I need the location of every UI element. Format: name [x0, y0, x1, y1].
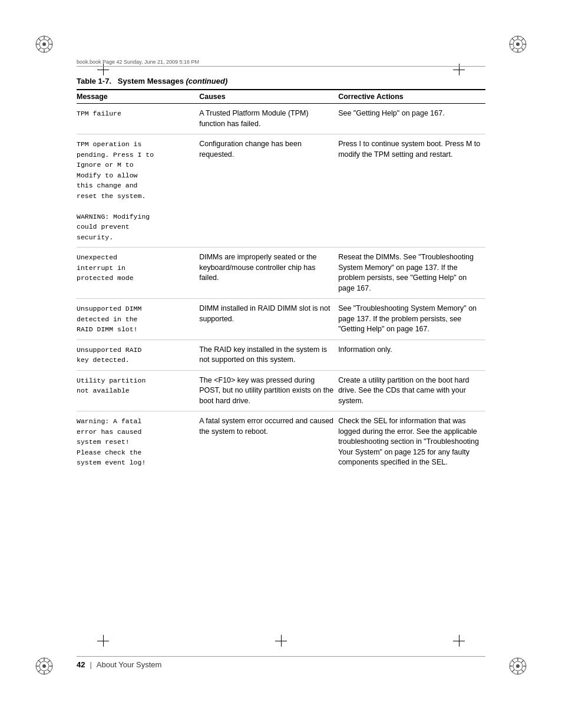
footer-section-text: About Your System — [97, 660, 162, 669]
svg-line-45 — [521, 660, 524, 663]
header-bar: book.book Page 42 Sunday, June 21, 2009 … — [77, 59, 485, 67]
cross-mark-bm — [275, 635, 287, 647]
col-header-message: Message — [77, 90, 199, 104]
cell-message: Unsupported RAID key detected. — [77, 340, 199, 370]
cell-causes: A Trusted Platform Module (TPM) function… — [199, 104, 338, 134]
table-title: Table 1-7. System Messages (continued) — [77, 77, 485, 85]
header-text: book.book Page 42 Sunday, June 21, 2009 … — [77, 59, 199, 65]
table-row: Warning: A fatal error has caused system… — [77, 411, 485, 473]
svg-point-38 — [516, 664, 520, 668]
cell-corrective: See "Getting Help" on page 167. — [338, 104, 485, 134]
cell-causes: DIMM installed in RAID DIMM slot is not … — [199, 299, 338, 340]
corner-decoration-bl — [32, 654, 56, 678]
table-title-label: Table 1-7. — [77, 77, 111, 85]
svg-point-2 — [42, 42, 46, 46]
svg-line-7 — [38, 38, 41, 41]
col-header-corrective: Corrective Actions — [338, 90, 485, 104]
cell-corrective: Check the SEL for information that was l… — [338, 411, 485, 473]
svg-point-14 — [516, 42, 520, 46]
cell-corrective: Create a utility partition on the boot h… — [338, 370, 485, 411]
cell-causes: DIMMs are improperly seated or the keybo… — [199, 248, 338, 299]
footer-separator: | — [90, 660, 91, 669]
cell-causes: The <F10> key was pressed during POST, b… — [199, 370, 338, 411]
system-messages-table: Message Causes Corrective Actions TPM fa… — [77, 89, 485, 473]
corner-decoration-br — [506, 654, 530, 678]
footer-page-number: 42 — [77, 660, 85, 669]
table-header-row: Message Causes Corrective Actions — [77, 90, 485, 104]
table-row: Unexpected interrupt in protected modeDI… — [77, 248, 485, 299]
cell-corrective: See "Troubleshooting System Memory" on p… — [338, 299, 485, 340]
svg-point-26 — [42, 664, 46, 668]
cell-corrective: Information only. — [338, 340, 485, 370]
cell-corrective: Press I to continue system boot. Press M… — [338, 134, 485, 248]
table-row: Unsupported DIMM detected in the RAID DI… — [77, 299, 485, 340]
page-wrapper: book.book Page 42 Sunday, June 21, 2009 … — [0, 0, 562, 728]
table-row: Unsupported RAID key detected.The RAID k… — [77, 340, 485, 370]
table-row: TPM operation is pending. Press I to Ign… — [77, 134, 485, 248]
svg-line-46 — [512, 670, 514, 672]
svg-line-44 — [521, 670, 524, 672]
svg-line-19 — [512, 38, 514, 41]
corner-decoration-tr — [506, 32, 530, 56]
cell-causes: A fatal system error occurred and caused… — [199, 411, 338, 473]
svg-line-21 — [521, 38, 524, 41]
cross-mark-br — [453, 635, 465, 647]
cell-corrective: Reseat the DIMMs. See "Troubleshooting S… — [338, 248, 485, 299]
svg-line-20 — [521, 48, 524, 50]
cell-message: Warning: A fatal error has caused system… — [77, 411, 199, 473]
svg-line-9 — [48, 38, 50, 41]
cell-message: Unsupported DIMM detected in the RAID DI… — [77, 299, 199, 340]
table-row: Utility partition not availableThe <F10>… — [77, 370, 485, 411]
col-header-causes: Causes — [199, 90, 338, 104]
svg-line-33 — [48, 660, 50, 663]
corner-decoration-tl — [32, 32, 56, 56]
cell-message: TPM operation is pending. Press I to Ign… — [77, 134, 199, 248]
svg-line-22 — [512, 48, 514, 50]
svg-line-31 — [38, 660, 41, 663]
footer: 42 | About Your System — [77, 656, 485, 669]
svg-line-43 — [512, 660, 514, 663]
svg-line-32 — [48, 670, 50, 672]
svg-line-34 — [38, 670, 41, 672]
cell-message: Utility partition not available — [77, 370, 199, 411]
cell-causes: Configuration change has been requested. — [199, 134, 338, 248]
content-area: Table 1-7. System Messages (continued) M… — [77, 77, 485, 634]
cell-causes: The RAID key installed in the system is … — [199, 340, 338, 370]
table-title-subject: System Messages — [118, 77, 186, 85]
table-title-continued: (continued) — [186, 77, 227, 85]
svg-line-8 — [48, 48, 50, 50]
cross-mark-bl — [97, 635, 109, 647]
cell-message: Unexpected interrupt in protected mode — [77, 248, 199, 299]
svg-line-10 — [38, 48, 41, 50]
cell-message: TPM failure — [77, 104, 199, 134]
table-row: TPM failureA Trusted Platform Module (TP… — [77, 104, 485, 134]
